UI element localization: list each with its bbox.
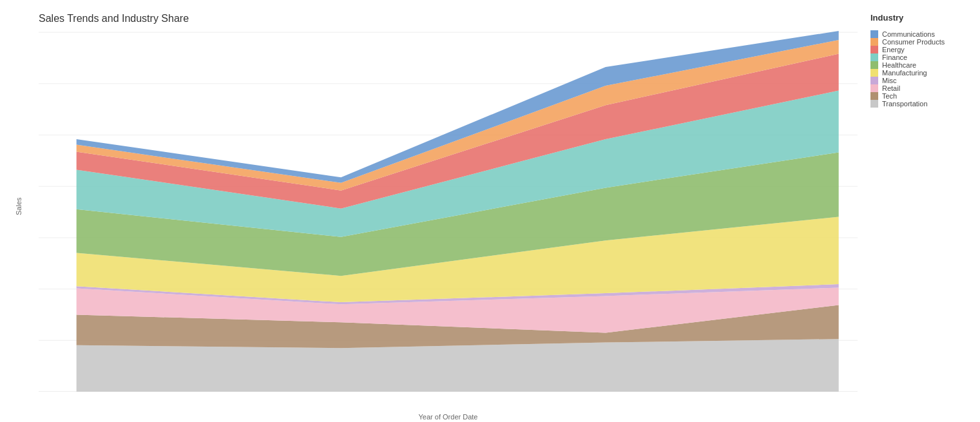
legend-title: Industry — [870, 13, 974, 23]
legend-item: Manufacturing — [870, 69, 974, 77]
legend-item: Finance — [870, 53, 974, 61]
chart-container: Sales Trends and Industry Share Sales 0K… — [0, 0, 864, 422]
legend-swatch — [870, 61, 878, 69]
legend-label: Finance — [882, 53, 907, 61]
legend-label: Retail — [882, 84, 900, 92]
chart-title: Sales Trends and Industry Share — [39, 13, 858, 24]
legend-item: Transportation — [870, 100, 974, 108]
legend-swatch — [870, 53, 878, 61]
legend: Industry CommunicationsConsumer Products… — [864, 0, 980, 422]
legend-item: Energy — [870, 46, 974, 53]
legend-swatch — [870, 84, 878, 92]
legend-item: Healthcare — [870, 61, 974, 69]
legend-item: Tech — [870, 92, 974, 100]
legend-swatch — [870, 92, 878, 100]
legend-swatch — [870, 38, 878, 46]
chart-area: Sales 0K 100K 200K 300K 400K 500K 600K 7… — [39, 31, 858, 392]
legend-swatch — [870, 30, 878, 38]
legend-swatch — [870, 100, 878, 108]
legend-label: Misc — [882, 77, 897, 84]
legend-label: Consumer Products — [882, 38, 945, 46]
legend-label: Communications — [882, 30, 935, 38]
x-axis-label: Year of Order Date — [419, 413, 478, 421]
legend-item: Consumer Products — [870, 38, 974, 46]
legend-label: Manufacturing — [882, 69, 927, 77]
svg-marker-20 — [77, 339, 839, 392]
legend-label: Energy — [882, 46, 905, 53]
legend-label: Healthcare — [882, 61, 916, 69]
legend-item: Misc — [870, 77, 974, 84]
legend-swatch — [870, 46, 878, 53]
main-chart: 0K 100K 200K 300K 400K 500K 600K 700K 20… — [39, 31, 858, 392]
y-axis-label: Sales — [15, 197, 23, 215]
legend-item: Communications — [870, 30, 974, 38]
legend-swatch — [870, 69, 878, 77]
legend-item: Retail — [870, 84, 974, 92]
legend-swatch — [870, 77, 878, 84]
legend-label: Tech — [882, 92, 897, 100]
legend-label: Transportation — [882, 100, 928, 108]
